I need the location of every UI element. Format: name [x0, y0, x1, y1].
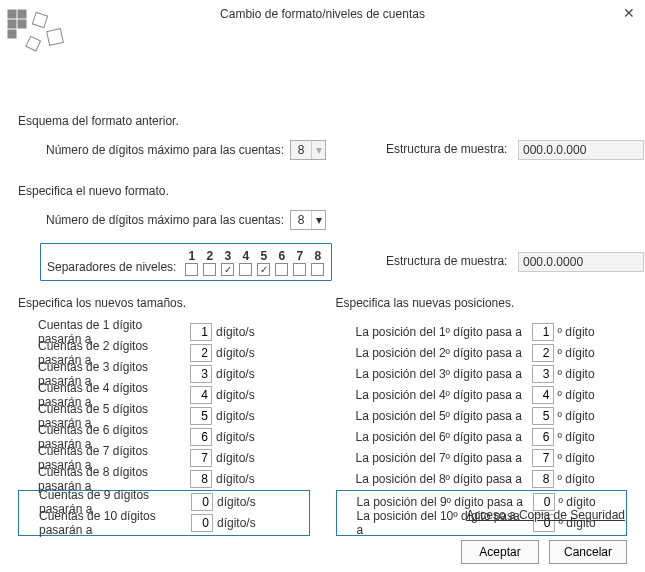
separator-checkbox[interactable]: [311, 263, 324, 276]
position-label: La posición del 9º dígito pasa a: [357, 495, 527, 509]
position-row: La posición del 3º dígito pasa aº dígito: [336, 364, 628, 384]
prev-max-digits-label: Número de dígitos máximo para las cuenta…: [46, 143, 284, 157]
prev-max-digits-select: 8 ▾: [290, 140, 326, 160]
prev-sample-label: Estructura de muestra:: [386, 142, 507, 156]
svg-rect-7: [26, 36, 41, 51]
position-input[interactable]: [532, 470, 554, 488]
position-label: La posición del 3º dígito pasa a: [356, 367, 526, 381]
size-suffix: dígito/s: [216, 346, 255, 360]
position-input[interactable]: [532, 365, 554, 383]
separator-col: 8: [310, 250, 325, 276]
separator-checkbox[interactable]: [239, 263, 252, 276]
position-suffix: º dígito: [559, 495, 596, 509]
close-icon[interactable]: ✕: [623, 5, 635, 21]
size-suffix: dígito/s: [216, 367, 255, 381]
svg-rect-0: [8, 10, 16, 18]
size-suffix: dígito/s: [216, 409, 255, 423]
position-input[interactable]: [532, 323, 554, 341]
position-label: La posición del 1º dígito pasa a: [356, 325, 526, 339]
separator-col: 5✓: [256, 250, 271, 276]
size-suffix: dígito/s: [217, 495, 256, 509]
separator-checkbox[interactable]: [185, 263, 198, 276]
size-row: Cuentas de 8 dígitos pasarán adígito/s: [18, 469, 310, 489]
size-input[interactable]: [191, 493, 213, 511]
positions-heading: Especifica las nuevas posiciones.: [336, 296, 628, 310]
position-suffix: º dígito: [558, 388, 595, 402]
position-row: La posición del 4º dígito pasa aº dígito: [336, 385, 628, 405]
position-suffix: º dígito: [558, 346, 595, 360]
position-input[interactable]: [532, 449, 554, 467]
separator-checkbox[interactable]: [203, 263, 216, 276]
ok-button[interactable]: Aceptar: [461, 540, 539, 564]
svg-rect-1: [18, 10, 26, 18]
position-input[interactable]: [532, 407, 554, 425]
new-max-digits-select[interactable]: 8 ▾: [290, 210, 326, 230]
size-input[interactable]: [190, 323, 212, 341]
position-label: La posición del 8º dígito pasa a: [356, 472, 526, 486]
size-input[interactable]: [190, 344, 212, 362]
separator-checkbox[interactable]: ✓: [221, 263, 234, 276]
separators-label: Separadores de niveles:: [47, 260, 176, 274]
separator-number: 7: [297, 250, 304, 263]
size-input[interactable]: [190, 449, 212, 467]
separator-checkbox[interactable]: ✓: [257, 263, 270, 276]
size-input[interactable]: [190, 470, 212, 488]
svg-rect-2: [8, 20, 16, 28]
separator-col: 3✓: [220, 250, 235, 276]
separator-number: 4: [243, 250, 250, 263]
size-suffix: dígito/s: [217, 516, 256, 530]
position-input[interactable]: [532, 344, 554, 362]
separator-number: 3: [225, 250, 232, 263]
size-suffix: dígito/s: [216, 451, 255, 465]
separator-number: 2: [207, 250, 214, 263]
dialog-title: Cambio de formato/niveles de cuentas: [220, 7, 425, 21]
backup-link[interactable]: Acceso a Copia de Seguridad: [466, 508, 625, 522]
separators-group: Separadores de niveles: 123✓45✓678: [40, 243, 332, 281]
cancel-button[interactable]: Cancelar: [549, 540, 627, 564]
position-row: La posición del 2º dígito pasa aº dígito: [336, 343, 628, 363]
new-sample-label: Estructura de muestra:: [386, 254, 507, 268]
separator-col: 6: [274, 250, 289, 276]
separator-number: 5: [261, 250, 268, 263]
dialog-footer: Aceptar Cancelar: [461, 540, 627, 564]
sizes-heading: Especifica los nuevos tamaños.: [18, 296, 310, 310]
size-input[interactable]: [190, 428, 212, 446]
chevron-down-icon[interactable]: ▾: [311, 211, 325, 229]
position-suffix: º dígito: [558, 409, 595, 423]
new-max-digits-value: 8: [291, 213, 311, 227]
prev-heading: Esquema del formato anterior.: [18, 114, 627, 128]
separator-col: 1: [184, 250, 199, 276]
app-logo: [6, 8, 76, 56]
size-suffix: dígito/s: [216, 388, 255, 402]
size-label: Cuentas de 10 dígitos pasarán a: [39, 509, 185, 537]
svg-rect-5: [32, 12, 47, 27]
size-suffix: dígito/s: [216, 430, 255, 444]
position-label: La posición del 5º dígito pasa a: [356, 409, 526, 423]
svg-rect-4: [8, 30, 16, 38]
prev-sample-value: 000.0.0.000: [518, 140, 644, 160]
position-input[interactable]: [532, 386, 554, 404]
position-input[interactable]: [532, 428, 554, 446]
separator-number: 6: [279, 250, 286, 263]
position-suffix: º dígito: [558, 325, 595, 339]
prev-max-digits-value: 8: [291, 143, 311, 157]
position-row: La posición del 7º dígito pasa aº dígito: [336, 448, 628, 468]
position-row: La posición del 8º dígito pasa aº dígito: [336, 469, 628, 489]
position-row: La posición del 5º dígito pasa aº dígito: [336, 406, 628, 426]
chevron-down-icon: ▾: [311, 141, 325, 159]
position-label: La posición del 7º dígito pasa a: [356, 451, 526, 465]
separator-checkbox[interactable]: [293, 263, 306, 276]
separator-checkbox[interactable]: [275, 263, 288, 276]
position-label: La posición del 6º dígito pasa a: [356, 430, 526, 444]
size-input[interactable]: [191, 514, 213, 532]
new-sample-value: 000.0.0000: [518, 252, 644, 272]
titlebar: Cambio de formato/niveles de cuentas ✕: [0, 0, 645, 28]
size-input[interactable]: [190, 386, 212, 404]
new-heading: Especifica el nuevo formato.: [18, 184, 627, 198]
position-suffix: º dígito: [558, 367, 595, 381]
size-input[interactable]: [190, 365, 212, 383]
position-row: La posición del 6º dígito pasa aº dígito: [336, 427, 628, 447]
position-label: La posición del 4º dígito pasa a: [356, 388, 526, 402]
size-suffix: dígito/s: [216, 472, 255, 486]
size-input[interactable]: [190, 407, 212, 425]
